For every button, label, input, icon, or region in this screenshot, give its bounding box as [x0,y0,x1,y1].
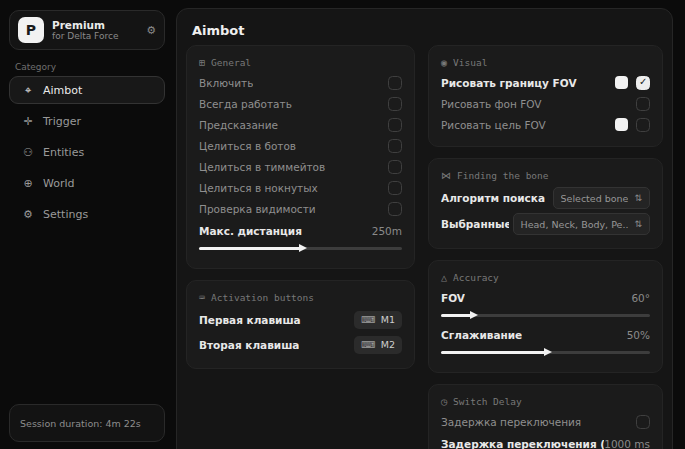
entities-icon: ⚇ [20,146,36,159]
select-value: Head, Neck, Body, Pe.. [521,219,629,230]
setting-row-visibility-check: Проверка видимости [199,198,402,219]
setting-row-second-key: Вторая клавиша ⌨ M2 [199,332,402,357]
card-activation-buttons: ⌨ Activation buttons Первая клавиша ⌨ M1… [186,280,415,369]
checkbox[interactable] [636,97,650,111]
card-visual-title: Visual [453,57,487,68]
gear-icon: ⚙ [20,208,36,221]
right-column: ◉ Visual Рисовать границу FOV Рисовать ф… [428,45,663,449]
selected-bones-select[interactable]: Head, Neck, Body, Pe.. ⇅ [513,213,650,235]
checkbox[interactable] [388,160,402,174]
setting-label: Задержка переключения [441,416,581,428]
brand-card: P Premium for Delta Force ⚙ [9,10,165,50]
setting-label: Алгоритм поиска кост [441,192,549,204]
sidebar-item-entities[interactable]: ⚇ Entities [9,138,165,166]
checkbox[interactable] [636,76,650,90]
keybind-button-m2[interactable]: ⌨ M2 [354,336,402,354]
sidebar-item-label: World [43,177,75,190]
setting-label: Целиться в ботов [199,140,296,152]
sidebar-item-settings[interactable]: ⚙ Settings [9,200,165,228]
fov-slider[interactable] [441,310,650,320]
sidebar-item-label: Entities [43,146,84,159]
setting-label: Первая клавиша [199,314,301,326]
setting-label: Включить [199,77,253,89]
gear-icon[interactable]: ⚙ [146,24,156,37]
sidebar-item-world[interactable]: ⊕ World [9,169,165,197]
sidebar-item-label: Aimbot [43,84,82,97]
max-distance-slider[interactable] [199,243,402,253]
color-swatch[interactable] [615,76,628,89]
sidebar-item-aimbot[interactable]: ⌖ Aimbot [9,76,165,104]
sidebar-item-trigger[interactable]: ✛ Trigger [9,107,165,135]
setting-label: Макс. дистанция [199,225,302,237]
card-accuracy-title: Accuracy [453,272,499,283]
page-title: Aimbot [192,23,245,38]
setting-label: Проверка видимости [199,203,316,215]
select-value: Selected bone [561,193,629,204]
trigger-icon: ✛ [20,115,36,128]
setting-label: Сглаживание [441,329,522,341]
chevron-updown-icon: ⇅ [634,219,642,229]
checkbox[interactable] [636,118,650,132]
card-activation-title: Activation buttons [211,292,314,303]
slider-value: 50% [627,329,650,341]
slider-value: 60° [631,292,650,304]
card-visual: ◉ Visual Рисовать границу FOV Рисовать ф… [428,45,663,147]
checkbox[interactable] [388,202,402,216]
setting-row-fov: FOV 60° [441,287,650,308]
slider-value: 1000 ms [604,438,650,449]
app-logo: P [18,17,44,43]
setting-row-enable: Включить [199,72,402,93]
checkbox[interactable] [388,97,402,111]
checkbox[interactable] [388,76,402,90]
slider-thumb[interactable] [544,348,552,356]
card-finding-the-bone: ⋈ Finding the bone Алгоритм поиска кост … [428,158,663,249]
card-switch-delay: ◷ Switch Delay Задержка переключения Зад… [428,384,663,449]
checkbox[interactable] [636,415,650,429]
bone-algorithm-select[interactable]: Selected bone ⇅ [553,187,650,209]
session-duration: Session duration: 4m 22s [9,404,165,442]
setting-label: Вторая клавиша [199,339,299,351]
keybind-button-m1[interactable]: ⌨ M1 [354,311,402,329]
brand-title: Premium [52,19,146,31]
slider-thumb[interactable] [299,244,307,252]
checkbox[interactable] [388,181,402,195]
setting-label: FOV [441,292,465,304]
setting-row-switch-delay-toggle: Задержка переключения [441,411,650,432]
setting-row-target-teammates: Целиться в тиммейтов [199,156,402,177]
chevron-updown-icon: ⇅ [634,193,642,203]
left-column: ⊞ General Включить Всегда работать Предс… [186,45,415,449]
card-accuracy: △ Accuracy FOV 60° Сглаживание 50% [428,260,663,373]
setting-label: Целиться в нокнутых [199,182,318,194]
setting-row-switch-delay-ms: Задержка переключения (мс) 1000 ms [441,433,650,449]
setting-label: Рисовать границу FOV [441,77,577,89]
setting-row-prediction: Предсказание [199,114,402,135]
category-label: Category [15,62,56,72]
color-swatch[interactable] [615,118,628,131]
setting-label: Целиться в тиммейтов [199,161,325,173]
card-switch-delay-title: Switch Delay [453,396,522,407]
setting-row-draw-fov-background: Рисовать фон FOV [441,93,650,114]
eye-icon: ◉ [441,57,447,68]
bone-icon: ⋈ [441,170,451,181]
slider-value: 250m [372,225,402,237]
checkbox[interactable] [388,118,402,132]
triangle-icon: △ [441,272,447,283]
setting-row-smoothing: Сглаживание 50% [441,324,650,345]
card-general: ⊞ General Включить Всегда работать Предс… [186,45,415,269]
slider-thumb[interactable] [470,311,478,319]
setting-row-draw-fov-border: Рисовать границу FOV [441,72,650,93]
sidebar-nav: ⌖ Aimbot ✛ Trigger ⚇ Entities ⊕ World ⚙ … [9,76,165,231]
setting-label: Задержка переключения (мс) [441,438,604,449]
setting-row-selected-bones: Выбранные кос Head, Neck, Body, Pe.. ⇅ [441,211,650,237]
checkbox[interactable] [388,139,402,153]
keybind-value: M2 [381,339,395,350]
setting-row-draw-fov-target: Рисовать цель FOV [441,114,650,135]
sidebar: P Premium for Delta Force ⚙ Category ⌖ A… [5,6,169,446]
setting-label: Выбранные кос [441,218,509,230]
keybind-value: M1 [381,314,395,325]
grid-icon: ⊞ [199,57,205,68]
crosshair-icon: ⌖ [20,84,36,97]
setting-row-target-bots: Целиться в ботов [199,135,402,156]
setting-row-bone-algorithm: Алгоритм поиска кост Selected bone ⇅ [441,185,650,211]
smoothing-slider[interactable] [441,347,650,357]
